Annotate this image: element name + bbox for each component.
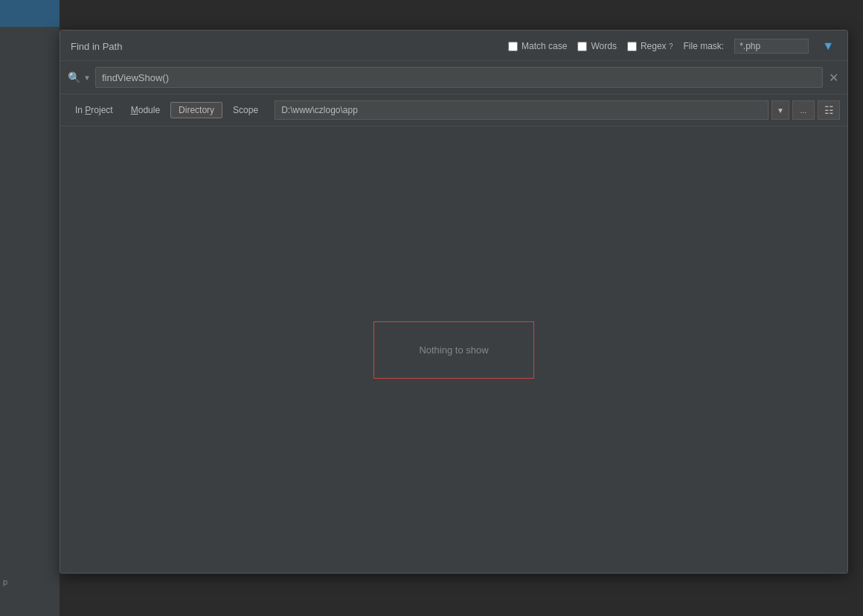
nothing-to-show-text: Nothing to show xyxy=(419,344,488,356)
dialog-title: Find in Path xyxy=(71,41,122,52)
file-mask-input[interactable] xyxy=(734,39,809,54)
filter-icon: ▼ xyxy=(822,39,834,53)
dropdown-icon: ▼ xyxy=(777,106,784,115)
directory-input-wrap: ▼ ... ☷ xyxy=(275,100,840,120)
more-icon: ... xyxy=(800,106,806,115)
search-options-icon: ▼ xyxy=(83,74,91,82)
dialog-options: Match case Words Regex ? File mask: ▼ xyxy=(508,38,837,54)
directory-dropdown-button[interactable]: ▼ xyxy=(771,100,789,120)
tab-directory[interactable]: Directory xyxy=(170,102,222,118)
results-area: Nothing to show xyxy=(60,126,847,573)
sidebar-item-1[interactable] xyxy=(0,0,60,27)
scope-row: In Project Module Directory Scope ▼ ... … xyxy=(60,94,847,126)
search-icon-wrap: 🔍 ▼ xyxy=(68,71,91,83)
left-sidebar xyxy=(0,0,60,616)
nothing-to-show-box: Nothing to show xyxy=(373,321,533,379)
clear-icon: ✕ xyxy=(829,71,838,85)
regex-checkbox[interactable] xyxy=(627,42,637,51)
words-option[interactable]: Words xyxy=(577,41,616,51)
bottom-text: p xyxy=(3,577,7,586)
tab-scope[interactable]: Scope xyxy=(225,103,266,118)
find-in-path-dialog: Find in Path Match case Words Regex ? Fi… xyxy=(60,30,848,574)
search-input[interactable] xyxy=(95,67,823,88)
directory-more-button[interactable]: ... xyxy=(792,100,815,120)
match-case-option[interactable]: Match case xyxy=(508,41,567,51)
words-checkbox[interactable] xyxy=(577,42,587,51)
directory-expand-button[interactable]: ☷ xyxy=(818,100,840,120)
regex-label: Regex ? xyxy=(641,41,673,51)
regex-option[interactable]: Regex ? xyxy=(627,41,673,51)
match-case-label: Match case xyxy=(522,41,567,51)
file-mask-label: File mask: xyxy=(683,41,724,51)
tab-module[interactable]: Module xyxy=(123,103,167,118)
clear-search-button[interactable]: ✕ xyxy=(827,69,840,86)
search-icon: 🔍 xyxy=(68,71,80,83)
expand-icon: ☷ xyxy=(824,104,834,116)
tab-in-project[interactable]: In Project xyxy=(68,103,121,118)
dialog-titlebar: Find in Path Match case Words Regex ? Fi… xyxy=(60,31,847,61)
words-label: Words xyxy=(591,41,616,51)
directory-input[interactable] xyxy=(275,100,769,120)
filter-button[interactable]: ▼ xyxy=(819,38,837,54)
match-case-checkbox[interactable] xyxy=(508,42,518,51)
search-row: 🔍 ▼ ✕ xyxy=(60,61,847,94)
